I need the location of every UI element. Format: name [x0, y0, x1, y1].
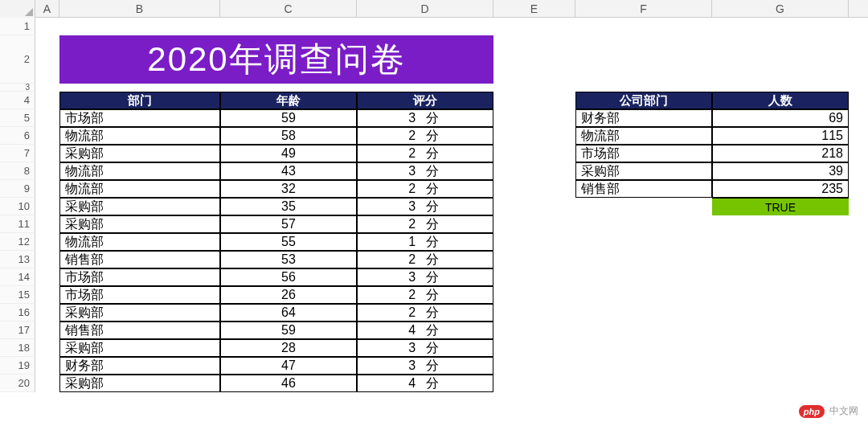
cell[interactable]	[35, 109, 59, 127]
col-header-F[interactable]: F	[575, 0, 712, 18]
main-dept-cell[interactable]: 采购部	[59, 375, 220, 392]
side-dept-cell[interactable]: 财务部	[575, 109, 712, 127]
cell[interactable]	[575, 18, 712, 35]
col-header-E[interactable]: E	[493, 0, 575, 18]
main-dept-cell[interactable]: 财务部	[59, 357, 220, 375]
cell[interactable]	[35, 84, 59, 92]
cell[interactable]	[493, 251, 575, 268]
cell[interactable]	[35, 127, 59, 145]
cell[interactable]	[575, 286, 712, 304]
cell[interactable]	[493, 357, 575, 375]
cell[interactable]	[493, 304, 575, 322]
main-age-cell[interactable]: 26	[220, 286, 357, 304]
main-score-cell[interactable]: 3 分	[357, 162, 493, 180]
cell[interactable]	[575, 322, 712, 339]
cell[interactable]	[35, 304, 59, 322]
cell[interactable]	[575, 251, 712, 268]
main-dept-cell[interactable]: 市场部	[59, 268, 220, 286]
row-header[interactable]: 18	[0, 339, 35, 357]
main-dept-cell[interactable]: 物流部	[59, 162, 220, 180]
main-age-cell[interactable]: 57	[220, 215, 357, 233]
cell[interactable]	[493, 215, 575, 233]
cell[interactable]	[575, 84, 712, 92]
main-dept-cell[interactable]: 销售部	[59, 251, 220, 268]
main-age-cell[interactable]: 55	[220, 233, 357, 251]
main-header-dept[interactable]: 部门	[59, 92, 220, 109]
cell[interactable]	[493, 109, 575, 127]
main-dept-cell[interactable]: 市场部	[59, 109, 220, 127]
cell[interactable]	[35, 18, 59, 35]
cell[interactable]	[220, 18, 357, 35]
cell[interactable]	[493, 145, 575, 162]
cell[interactable]	[712, 339, 849, 357]
cell[interactable]	[575, 339, 712, 357]
cell[interactable]	[35, 251, 59, 268]
cell[interactable]	[35, 180, 59, 198]
cell[interactable]	[712, 84, 849, 92]
row-header[interactable]: 1	[0, 18, 35, 35]
cell[interactable]	[575, 357, 712, 375]
cell[interactable]	[712, 215, 849, 233]
cell[interactable]	[493, 198, 575, 215]
survey-title[interactable]: 2020年调查问卷	[59, 35, 493, 84]
main-age-cell[interactable]: 49	[220, 145, 357, 162]
col-header-C[interactable]: C	[220, 0, 357, 18]
row-header[interactable]: 14	[0, 268, 35, 286]
side-dept-cell[interactable]: 采购部	[575, 162, 712, 180]
cell[interactable]	[35, 322, 59, 339]
main-age-cell[interactable]: 58	[220, 127, 357, 145]
cell[interactable]	[493, 286, 575, 304]
cell[interactable]	[712, 18, 849, 35]
main-dept-cell[interactable]: 物流部	[59, 233, 220, 251]
main-dept-cell[interactable]: 采购部	[59, 198, 220, 215]
cell[interactable]	[35, 198, 59, 215]
cell[interactable]	[493, 322, 575, 339]
row-header[interactable]: 5	[0, 109, 35, 127]
side-dept-cell[interactable]: 物流部	[575, 127, 712, 145]
main-score-cell[interactable]: 2 分	[357, 251, 493, 268]
cell[interactable]	[493, 180, 575, 198]
cell[interactable]	[712, 357, 849, 375]
col-header-D[interactable]: D	[357, 0, 493, 18]
main-age-cell[interactable]: 32	[220, 180, 357, 198]
main-age-cell[interactable]: 43	[220, 162, 357, 180]
main-score-cell[interactable]: 2 分	[357, 127, 493, 145]
side-header-dept[interactable]: 公司部门	[575, 92, 712, 109]
col-header-A[interactable]: A	[35, 0, 59, 18]
select-all-triangle[interactable]	[0, 0, 35, 18]
side-count-cell[interactable]: 115	[712, 127, 849, 145]
cell[interactable]	[575, 35, 712, 84]
row-header[interactable]: 7	[0, 145, 35, 162]
cell[interactable]	[35, 92, 59, 109]
main-age-cell[interactable]: 35	[220, 198, 357, 215]
cell[interactable]	[493, 35, 575, 84]
main-score-cell[interactable]: 3 分	[357, 109, 493, 127]
cell[interactable]	[59, 18, 220, 35]
row-header[interactable]: 17	[0, 322, 35, 339]
cell[interactable]	[35, 268, 59, 286]
main-score-cell[interactable]: 3 分	[357, 357, 493, 375]
cell[interactable]	[575, 304, 712, 322]
main-dept-cell[interactable]: 销售部	[59, 322, 220, 339]
cell[interactable]	[712, 251, 849, 268]
main-dept-cell[interactable]: 采购部	[59, 215, 220, 233]
main-dept-cell[interactable]: 物流部	[59, 127, 220, 145]
cell[interactable]	[357, 84, 493, 92]
main-score-cell[interactable]: 2 分	[357, 215, 493, 233]
cell[interactable]	[493, 18, 575, 35]
cell[interactable]	[493, 84, 575, 92]
cell[interactable]	[712, 286, 849, 304]
row-header[interactable]: 15	[0, 286, 35, 304]
row-header[interactable]: 19	[0, 357, 35, 375]
row-header[interactable]: 13	[0, 251, 35, 268]
cell[interactable]	[220, 84, 357, 92]
main-score-cell[interactable]: 3 分	[357, 198, 493, 215]
cell[interactable]	[357, 18, 493, 35]
row-header[interactable]: 8	[0, 162, 35, 180]
col-header-B[interactable]: B	[59, 0, 220, 18]
cell[interactable]	[493, 127, 575, 145]
cell[interactable]	[575, 198, 712, 215]
row-header[interactable]: 16	[0, 304, 35, 322]
cell[interactable]	[493, 339, 575, 357]
main-score-cell[interactable]: 2 分	[357, 180, 493, 198]
